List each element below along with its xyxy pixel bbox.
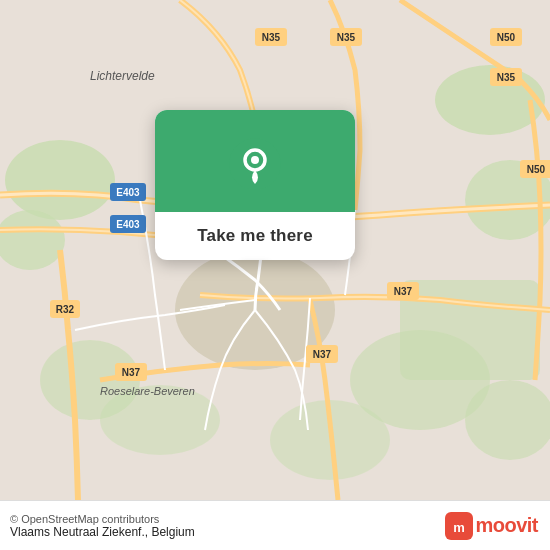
svg-text:N35: N35 (497, 72, 516, 83)
footer-logo: m moovit (445, 512, 538, 540)
svg-text:R32: R32 (56, 304, 75, 315)
svg-point-1 (5, 140, 115, 220)
svg-text:N35: N35 (262, 32, 281, 43)
svg-text:N37: N37 (313, 349, 332, 360)
moovit-logo-icon: m (445, 512, 473, 540)
svg-text:N50: N50 (497, 32, 516, 43)
popup-header (155, 110, 355, 212)
map-container: N35 N35 N50 N50 E403 E403 R32 N37 N37 N3… (0, 0, 550, 500)
footer: © OpenStreetMap contributors Vlaams Neut… (0, 500, 550, 550)
popup-body[interactable]: Take me there (155, 212, 355, 260)
svg-text:E403: E403 (116, 187, 140, 198)
svg-text:N50: N50 (527, 164, 546, 175)
svg-text:E403: E403 (116, 219, 140, 230)
svg-text:N35: N35 (337, 32, 356, 43)
location-pin-icon (229, 138, 281, 190)
moovit-text: moovit (475, 514, 538, 537)
svg-text:N37: N37 (122, 367, 141, 378)
svg-text:m: m (454, 520, 466, 535)
svg-text:N37: N37 (394, 286, 413, 297)
svg-point-38 (251, 156, 259, 164)
take-me-there-label[interactable]: Take me there (197, 226, 313, 245)
map-attribution: © OpenStreetMap contributors (10, 513, 159, 525)
location-label: Vlaams Neutraal Ziekenf., Belgium (10, 525, 195, 539)
svg-text:Roeselare-Beveren: Roeselare-Beveren (100, 385, 195, 397)
svg-text:Lichtervelde: Lichtervelde (90, 69, 155, 83)
footer-left: © OpenStreetMap contributors Vlaams Neut… (10, 513, 195, 539)
location-popup[interactable]: Take me there (155, 110, 355, 260)
